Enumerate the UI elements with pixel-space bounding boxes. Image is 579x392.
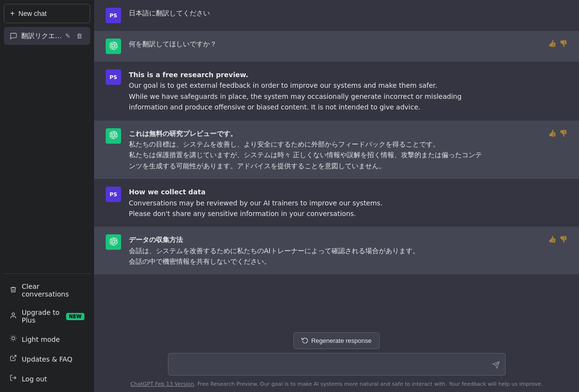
svg-line-10	[13, 355, 16, 359]
trash-icon	[10, 286, 17, 295]
user-icon	[10, 312, 17, 321]
message-actions: 👍 👎	[548, 128, 567, 137]
message-row: これは無料の研究プレビューです。 私たちの目標は、システムを改善し、より安全にす…	[94, 121, 579, 179]
message-line2: Conversations may be reviewed by our AI …	[129, 198, 486, 208]
message-row: PS How we collect data Conversations may…	[94, 179, 579, 227]
chat-icon	[10, 32, 17, 40]
light-mode-label: Light mode	[22, 336, 60, 343]
chat-history-list: 翻訳リクエスト ✎ 🗑	[4, 27, 90, 45]
sidebar-item-chat-1[interactable]: 翻訳リクエスト ✎ 🗑	[4, 27, 90, 45]
chat-label: 翻訳リクエスト	[21, 32, 63, 41]
svg-point-1	[12, 337, 14, 339]
message-row: データの収集方法 会話は、システムを改善するために私たちのAIトレーナーによって…	[94, 227, 579, 274]
gpt-logo-icon	[109, 41, 118, 52]
input-row	[168, 353, 506, 377]
message-row: PS 日本語に翻訳してください	[94, 0, 579, 31]
bottom-area: Regenerate response ChatGPT Feb 13 Versi…	[94, 326, 579, 392]
message-line2: Our goal is to get external feedback in …	[129, 80, 486, 91]
message-line1: How we collect data	[129, 187, 486, 197]
chat-input[interactable]	[168, 353, 506, 376]
sidebar: + New chat 翻訳リクエスト ✎ 🗑	[0, 0, 94, 392]
sidebar-item-light-mode[interactable]: Light mode	[4, 330, 90, 349]
sun-icon	[10, 335, 17, 344]
message-line3: 私たちは保護措置を講じていますが、システムは時々 正しくない情報や誤解を招く情報…	[129, 149, 486, 171]
message-content: This is a free research preview. Our goa…	[129, 69, 486, 113]
rename-chat-button[interactable]: ✎	[63, 31, 72, 41]
sidebar-item-logout[interactable]: Log out	[4, 369, 90, 388]
user-avatar: PS	[106, 187, 121, 202]
svg-line-9	[15, 336, 15, 337]
message-line2: 会話は、システムを改善するために私たちのAIトレーナーによって確認される場合があ…	[129, 245, 486, 256]
user-avatar: PS	[106, 69, 121, 85]
new-chat-button[interactable]: + New chat	[4, 4, 90, 23]
message-content: データの収集方法 会話は、システムを改善するために私たちのAIトレーナーによって…	[129, 234, 486, 267]
svg-line-5	[15, 340, 15, 340]
logout-icon	[10, 374, 17, 383]
message-content: これは無料の研究プレビューです。 私たちの目標は、システムを改善し、より安全にす…	[129, 128, 486, 172]
clear-label: Clear conversations	[22, 283, 84, 298]
message-actions: 👍 👎	[548, 39, 567, 47]
footer-link[interactable]: ChatGPT Feb 13 Version	[130, 381, 194, 387]
message-text: 何を翻訳してほしいですか？	[129, 39, 486, 49]
thumbs-up-icon[interactable]: 👍	[548, 235, 556, 243]
svg-point-0	[12, 312, 14, 315]
new-chat-label: New chat	[18, 10, 46, 17]
message-line3: While we have safeguards in place, the s…	[129, 91, 486, 113]
sidebar-bottom: Clear conversations Upgrade to Plus NEW …	[4, 273, 90, 388]
thumbs-up-icon[interactable]: 👍	[548, 129, 556, 137]
new-badge: NEW	[66, 313, 84, 320]
thumbs-down-icon[interactable]: 👎	[559, 235, 567, 243]
assistant-avatar	[106, 128, 121, 144]
message-line3: 会話の中で機密情報を共有しないでください。	[129, 256, 486, 267]
chat-messages: PS 日本語に翻訳してください 何を翻訳してほしいですか？ 👍 👎	[94, 0, 579, 326]
footer-text: ChatGPT Feb 13 Version. Free Research Pr…	[130, 381, 542, 390]
message-line1: データの収集方法	[129, 234, 486, 245]
regenerate-button[interactable]: Regenerate response	[293, 332, 380, 349]
main-area: PS 日本語に翻訳してください 何を翻訳してほしいですか？ 👍 👎	[94, 0, 579, 392]
assistant-avatar	[106, 39, 121, 54]
message-content: 何を翻訳してほしいですか？	[129, 39, 486, 49]
plus-icon: +	[10, 9, 14, 18]
thumbs-up-icon[interactable]: 👍	[548, 40, 556, 47]
send-button[interactable]	[491, 360, 501, 372]
thumbs-down-icon[interactable]: 👎	[559, 40, 567, 47]
message-text: 日本語に翻訳してください	[129, 8, 486, 18]
footer-rest: . Free Research Preview. Our goal is to …	[194, 381, 542, 387]
user-avatar: PS	[106, 8, 121, 23]
message-line1: This is a free research preview.	[129, 69, 486, 80]
upgrade-label: Upgrade to Plus	[22, 309, 61, 324]
message-actions: 👍 👎	[548, 234, 567, 243]
updates-label: Updates & FAQ	[22, 355, 72, 363]
gpt-logo-icon	[109, 131, 118, 141]
message-row: PS This is a free research preview. Our …	[94, 62, 579, 121]
logout-label: Log out	[22, 375, 47, 383]
svg-line-4	[11, 336, 12, 337]
thumbs-down-icon[interactable]: 👎	[559, 129, 567, 137]
message-line2: 私たちの目標は、システムを改善し、より安全にするために外部からフィードバックを得…	[129, 139, 486, 149]
sidebar-item-upgrade[interactable]: Upgrade to Plus NEW	[4, 304, 90, 329]
sidebar-item-updates[interactable]: Updates & FAQ	[4, 350, 90, 368]
svg-line-8	[11, 340, 12, 340]
assistant-avatar	[106, 234, 121, 250]
message-line1: これは無料の研究プレビューです。	[129, 128, 486, 139]
message-line3: Please don't share any sensitive informa…	[129, 208, 486, 219]
message-row: 何を翻訳してほしいですか？ 👍 👎	[94, 31, 579, 62]
delete-chat-button[interactable]: 🗑	[74, 31, 84, 41]
regen-label: Regenerate response	[311, 337, 372, 344]
gpt-logo-icon	[109, 237, 118, 247]
message-content: 日本語に翻訳してください	[129, 8, 486, 18]
message-content: How we collect data Conversations may be…	[129, 187, 486, 219]
external-link-icon	[10, 354, 17, 364]
regen-icon	[302, 337, 308, 345]
sidebar-item-clear[interactable]: Clear conversations	[4, 278, 90, 303]
